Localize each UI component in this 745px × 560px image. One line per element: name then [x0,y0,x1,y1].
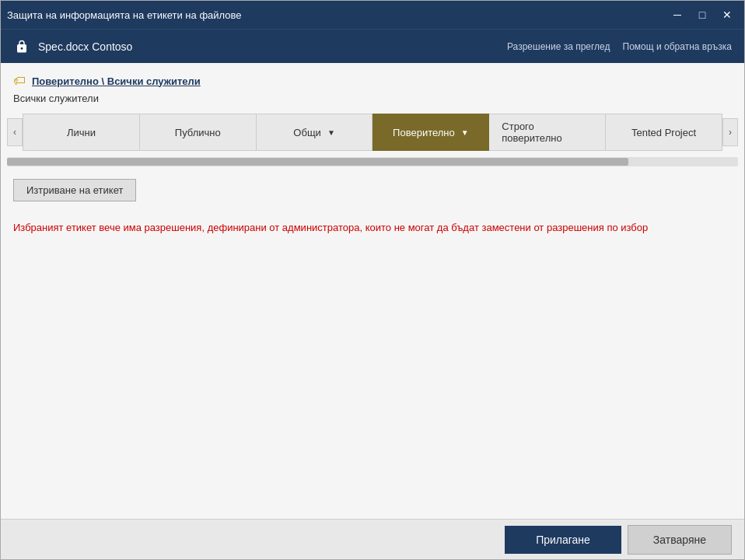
label-row: 🏷 Поверително \ Всички служители [1,63,744,91]
tab-confidential-label: Поверително [393,127,455,138]
tab-confidential-arrow: ▼ [461,128,469,137]
action-row: Изтриване на етикет [1,173,744,208]
label-path: Поверително \ Всички служители [32,75,201,87]
horizontal-scrollbar[interactable] [7,157,738,166]
minimize-button[interactable]: ─ [666,4,688,26]
lock-icon [13,38,30,55]
tabs-container: ‹ Лични Публично Общи ▼ Поверително [1,114,744,151]
window-controls: ─ □ ✕ [666,4,738,26]
tag-icon: 🏷 [13,74,26,88]
info-text: Избраният етикет вече има разрешения, де… [1,208,744,248]
tab-general-arrow: ▼ [327,128,335,137]
help-link[interactable]: Помощ и обратна връзка [623,41,732,52]
doc-name: Spec.docx Contoso [38,40,132,53]
window-title: Защита на информацията на етикети на фай… [7,9,242,21]
scrollbar-thumb [7,158,628,166]
tabs-scroll-area: Лични Публично Общи ▼ Поверително ▼ Стро [23,114,722,151]
close-footer-button[interactable]: Затваряне [628,525,732,555]
tabs-list: Лични Публично Общи ▼ Поверително ▼ Стро [23,114,722,151]
doc-info: Spec.docx Contoso [13,38,132,55]
header-actions: Разрешение за преглед Помощ и обратна вр… [507,41,732,52]
title-bar: Защита на информацията на етикети на фай… [1,1,744,29]
apply-button[interactable]: Прилагане [505,526,621,554]
tab-public-label: Публично [175,127,221,138]
tab-general-label: Общи [293,127,321,138]
tab-general[interactable]: Общи ▼ [257,114,373,151]
scroll-left-button[interactable]: ‹ [7,118,23,146]
sub-header: Spec.docx Contoso Разрешение за преглед … [1,29,744,63]
title-bar-left: Защита на информацията на етикети на фай… [7,9,242,21]
scroll-right-button[interactable]: › [722,118,738,146]
tab-tented[interactable]: Tented Project [606,114,722,151]
permission-link[interactable]: Разрешение за преглед [507,41,610,52]
close-button[interactable]: ✕ [716,4,738,26]
tab-strictly[interactable]: Строго поверително [489,114,606,151]
tab-personal[interactable]: Лични [23,114,140,151]
tab-public[interactable]: Публично [140,114,257,151]
main-window: Защита на информацията на етикети на фай… [0,0,745,560]
delete-label-button[interactable]: Изтриване на етикет [13,179,136,201]
tab-strictly-label: Строго поверително [502,121,593,144]
sublabel-text: Всички служители [1,91,744,114]
footer: Прилагане Затваряне [1,519,744,559]
scrollbar-row [1,151,744,173]
maximize-button[interactable]: □ [691,4,713,26]
tab-confidential[interactable]: Поверително ▼ [372,114,489,151]
tab-personal-label: Лични [67,127,96,138]
content-area: 🏷 Поверително \ Всички служители Всички … [1,63,744,519]
tab-tented-label: Tented Project [631,127,696,138]
